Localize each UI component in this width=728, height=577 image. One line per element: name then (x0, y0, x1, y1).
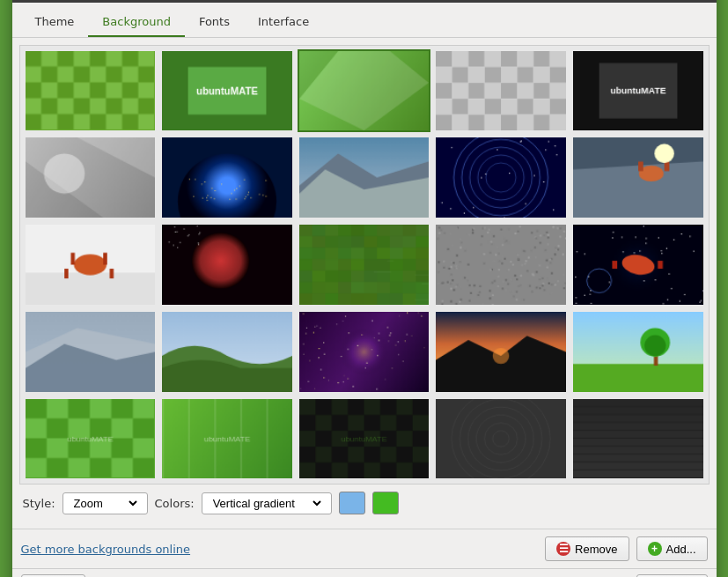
wallpaper-item[interactable] (571, 49, 705, 133)
wallpaper-thumbnail (299, 399, 430, 479)
wallpaper-item[interactable] (160, 49, 294, 133)
wallpaper-thumbnail (26, 399, 156, 479)
get-more-link[interactable]: Get more backgrounds online (21, 543, 191, 556)
footer-bottom: ? Help ✕ Close (12, 568, 717, 577)
wallpaper-thumbnail (573, 399, 703, 479)
wallpaper-item[interactable] (298, 397, 431, 481)
wallpaper-grid (24, 49, 705, 481)
color-swatch-2[interactable] (372, 492, 399, 514)
wallpaper-thumbnail (162, 399, 292, 479)
wallpaper-item[interactable] (571, 310, 705, 394)
titlebar: Appearance Preferences – ☐ ✕ (12, 0, 717, 3)
wallpaper-thumbnail (299, 225, 430, 305)
wallpaper-thumbnail (299, 312, 430, 392)
wallpaper-grid-container[interactable] (19, 45, 710, 485)
wallpaper-thumbnail (436, 312, 566, 392)
add-button[interactable]: + Add... (636, 536, 708, 561)
wallpaper-thumbnail (436, 51, 566, 131)
wallpaper-item[interactable] (160, 310, 294, 394)
add-label: Add... (666, 543, 696, 556)
wallpaper-thumbnail (573, 51, 703, 131)
wallpaper-item[interactable] (571, 223, 705, 307)
wallpaper-thumbnail (436, 137, 566, 218)
wallpaper-item[interactable] (24, 49, 158, 133)
wallpaper-thumbnail (162, 51, 292, 131)
wallpaper-thumbnail (162, 312, 292, 392)
wallpaper-item[interactable] (434, 223, 568, 307)
wallpaper-item[interactable] (160, 136, 294, 219)
footer-actions: ☰ Remove + Add... (545, 536, 707, 561)
add-icon: + (648, 542, 662, 556)
wallpaper-item[interactable] (434, 397, 568, 481)
wallpaper-item[interactable] (434, 136, 568, 219)
wallpaper-thumbnail (573, 225, 703, 305)
style-combo[interactable]: Zoom Centered Scaled Stretched Spanned W… (63, 492, 148, 514)
wallpaper-thumbnail (436, 225, 566, 305)
colors-combo[interactable]: No picture Solid color Horizontal gradie… (202, 492, 332, 514)
wallpaper-item[interactable] (571, 397, 705, 481)
wallpaper-item[interactable] (160, 397, 294, 481)
wallpaper-item[interactable] (434, 49, 568, 133)
wallpaper-item[interactable] (298, 223, 431, 307)
bottom-bar: Style: Zoom Centered Scaled Stretched Sp… (19, 485, 710, 522)
footer-bar: Get more backgrounds online ☰ Remove + A… (12, 529, 717, 568)
wallpaper-thumbnail (26, 225, 156, 305)
wallpaper-item[interactable] (24, 397, 158, 481)
style-label: Style: (23, 497, 55, 510)
wallpaper-item[interactable] (298, 49, 431, 133)
wallpaper-thumbnail (162, 137, 292, 218)
content-area: Style: Zoom Centered Scaled Stretched Sp… (12, 38, 717, 529)
wallpaper-item[interactable] (434, 310, 568, 394)
wallpaper-thumbnail (299, 137, 430, 218)
tabs-bar: Theme Background Fonts Interface (12, 3, 717, 38)
remove-label: Remove (575, 543, 617, 556)
wallpaper-item[interactable] (571, 136, 705, 219)
wallpaper-thumbnail (162, 225, 292, 305)
tab-background[interactable]: Background (88, 8, 185, 37)
wallpaper-thumbnail (299, 51, 430, 131)
wallpaper-thumbnail (26, 137, 156, 218)
colors-select[interactable]: No picture Solid color Horizontal gradie… (210, 496, 324, 511)
main-window: Appearance Preferences – ☐ ✕ Theme Backg… (12, 0, 717, 577)
wallpaper-thumbnail (26, 312, 156, 392)
wallpaper-item[interactable] (24, 310, 158, 394)
wallpaper-item[interactable] (24, 136, 158, 219)
color-swatch-1[interactable] (339, 492, 365, 514)
colors-label: Colors: (155, 497, 195, 510)
tab-fonts[interactable]: Fonts (185, 8, 244, 37)
wallpaper-thumbnail (436, 399, 566, 479)
wallpaper-thumbnail (26, 51, 156, 131)
wallpaper-thumbnail (573, 312, 703, 392)
wallpaper-item[interactable] (298, 310, 431, 394)
remove-button[interactable]: ☰ Remove (545, 536, 629, 561)
tab-interface[interactable]: Interface (244, 8, 323, 37)
style-select[interactable]: Zoom Centered Scaled Stretched Spanned W… (70, 496, 140, 511)
remove-icon: ☰ (556, 542, 570, 556)
wallpaper-thumbnail (573, 137, 703, 218)
wallpaper-item[interactable] (24, 223, 158, 307)
wallpaper-item[interactable] (160, 223, 294, 307)
tab-theme[interactable]: Theme (21, 8, 89, 37)
wallpaper-item[interactable] (298, 136, 431, 219)
